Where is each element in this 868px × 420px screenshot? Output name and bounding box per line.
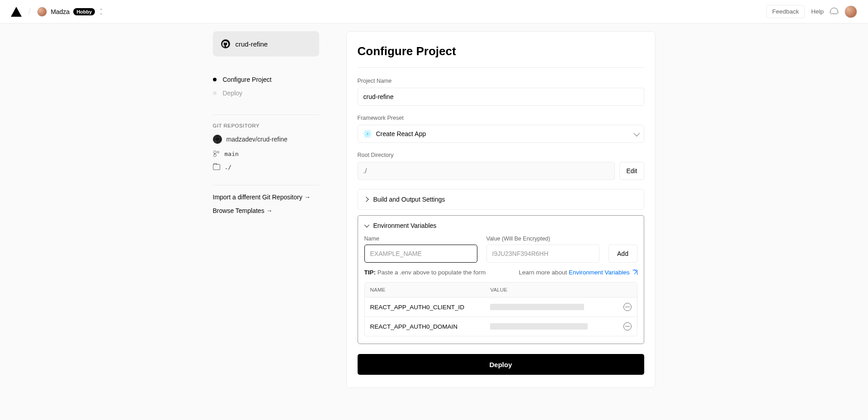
branch-icon [213, 150, 220, 157]
github-icon [213, 135, 222, 144]
env-learn-link-text: Environment Variables [569, 269, 630, 276]
configure-card: Configure Project Project Name Framework… [346, 31, 656, 388]
env-vars-section: Environment Variables Name Value (Will B… [358, 215, 644, 344]
env-tip-text: Paste a .env above to populate the form [376, 269, 486, 276]
vercel-logo[interactable] [11, 7, 22, 17]
project-name-label: Project Name [358, 78, 644, 84]
chevron-down-icon [364, 222, 369, 227]
step-dot [213, 78, 217, 81]
import-steps: Configure Project Deploy [213, 73, 319, 100]
env-learn-link[interactable]: Environment Variables [569, 269, 637, 276]
env-learn-prefix: Learn more about [519, 269, 569, 276]
step-label: Deploy [223, 90, 243, 97]
git-branch-row: main [213, 150, 319, 157]
git-branch: main [225, 151, 239, 157]
env-learn-more: Learn more about Environment Variables [519, 269, 637, 276]
env-th-value: VALUE [490, 287, 631, 293]
env-vars-table: NAME VALUE REACT_APP_AUTH0_CLIENT_ID REA… [364, 282, 637, 336]
chevron-right-icon [363, 197, 368, 202]
project-name-input[interactable] [358, 88, 644, 106]
import-other-repo-label: Import a different Git Repository [213, 193, 302, 201]
root-dir-edit-button[interactable]: Edit [619, 162, 644, 180]
selected-repo-chip[interactable]: crud-refine [213, 31, 319, 57]
title-rule [358, 67, 644, 68]
framework-value: Create React App [376, 130, 426, 137]
react-icon [363, 130, 372, 138]
scope-switcher[interactable]: Madza Hobby ⌃⌄ [37, 7, 103, 17]
scope-avatar [37, 7, 47, 17]
env-var-name: REACT_APP_AUTH0_CLIENT_ID [370, 304, 491, 311]
env-vars-toggle[interactable]: Environment Variables [358, 216, 644, 236]
env-name-label: Name [364, 236, 477, 242]
redacted-value [490, 323, 588, 330]
help-link[interactable]: Help [811, 8, 824, 15]
env-var-value [490, 323, 619, 330]
env-table-head: NAME VALUE [365, 283, 637, 297]
git-root-row: ./ [213, 164, 319, 170]
env-value-input[interactable] [486, 245, 599, 263]
sidebar-divider [213, 185, 319, 185]
git-repo-full: madzadev/crud-refine [226, 136, 288, 143]
browse-templates-label: Browse Templates [213, 207, 264, 214]
env-tip-bold: TIP: [364, 269, 376, 276]
plan-badge: Hobby [73, 8, 95, 15]
scope-switch-icon: ⌃⌄ [99, 9, 103, 14]
env-value-label: Value (Will Be Encrypted) [486, 236, 599, 242]
root-dir-input [358, 162, 615, 180]
git-repo-row: madzadev/crud-refine [213, 135, 319, 144]
env-var-row: REACT_APP_AUTH0_CLIENT_ID [365, 297, 637, 316]
env-var-remove-button[interactable] [623, 322, 632, 330]
env-var-remove-button[interactable] [623, 303, 632, 311]
env-tip: TIP: Paste a .env above to populate the … [364, 269, 486, 276]
env-th-name: NAME [370, 287, 491, 293]
deploy-button[interactable]: Deploy [358, 354, 644, 375]
step-dot [213, 91, 217, 95]
framework-select[interactable]: Create React App [358, 125, 644, 143]
env-var-name: REACT_APP_AUTH0_DOMAIN [370, 323, 491, 330]
env-var-row: REACT_APP_AUTH0_DOMAIN [365, 316, 637, 336]
step-configure: Configure Project [213, 73, 319, 86]
framework-field: Framework Preset Create React App [358, 115, 644, 143]
step-label: Configure Project [223, 76, 272, 83]
topbar: / Madza Hobby ⌃⌄ Feedback Help [0, 0, 868, 24]
breadcrumb-slash: / [28, 6, 31, 18]
build-settings-section: Build and Output Settings [358, 189, 644, 210]
step-deploy: Deploy [213, 86, 319, 100]
env-vars-title: Environment Variables [373, 222, 437, 229]
git-repo-heading: GIT REPOSITORY [213, 123, 319, 128]
root-dir-label: Root Directory [358, 152, 644, 158]
redacted-value [490, 304, 584, 310]
git-root-path: ./ [225, 164, 232, 170]
build-settings-toggle[interactable]: Build and Output Settings [358, 189, 644, 209]
project-name-field: Project Name [358, 78, 644, 106]
page-title: Configure Project [358, 44, 644, 58]
notifications-icon[interactable] [830, 8, 838, 16]
import-other-repo-link[interactable]: Import a different Git Repository→ [213, 193, 319, 201]
root-dir-field: Root Directory Edit [358, 152, 644, 180]
arrow-right-icon: → [266, 207, 273, 214]
scope-name: Madza [51, 8, 70, 15]
arrow-right-icon: → [304, 193, 311, 201]
sidebar: crud-refine Configure Project Deploy GIT… [213, 31, 319, 388]
framework-label: Framework Preset [358, 115, 644, 121]
folder-icon [213, 164, 220, 170]
external-link-icon [632, 270, 637, 275]
selected-repo-name: crud-refine [236, 40, 268, 48]
sidebar-divider [213, 114, 319, 115]
browse-templates-link[interactable]: Browse Templates→ [213, 207, 319, 214]
build-settings-title: Build and Output Settings [373, 196, 445, 203]
env-var-value [490, 304, 619, 310]
user-avatar[interactable] [844, 5, 857, 18]
github-icon [221, 39, 230, 48]
feedback-button[interactable]: Feedback [766, 5, 805, 18]
env-name-input[interactable] [364, 245, 477, 263]
env-add-button[interactable]: Add [609, 245, 637, 263]
chevron-down-icon [633, 130, 640, 137]
